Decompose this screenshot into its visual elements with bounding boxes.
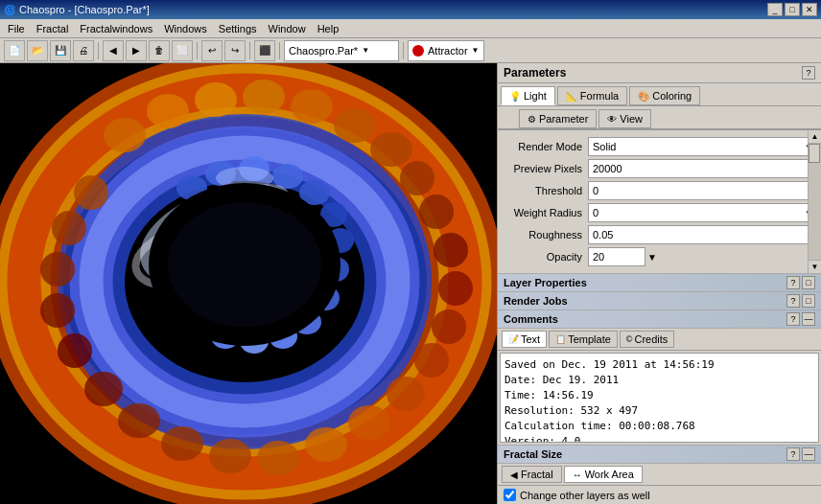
- render-button[interactable]: ⬛: [254, 40, 275, 61]
- scroll-up-button[interactable]: ▲: [809, 130, 821, 144]
- close-button[interactable]: ✕: [802, 3, 817, 16]
- attractor-dropdown[interactable]: Attractor ▼: [408, 40, 484, 61]
- comments-tab-template[interactable]: 📋 Template: [549, 331, 618, 348]
- svg-point-29: [84, 372, 123, 406]
- svg-point-28: [118, 403, 160, 438]
- comments-help[interactable]: ?: [786, 312, 800, 326]
- render-jobs-header: Render Jobs ? □: [498, 292, 821, 310]
- title-bar: 🌀 Chaospro - [Chaospro.Par*] _ □ ✕: [0, 0, 821, 19]
- layer-properties-help[interactable]: ?: [786, 276, 800, 289]
- weight-radius-select[interactable]: 0 ▼: [588, 203, 817, 222]
- redo-button[interactable]: ↪: [224, 40, 246, 61]
- comments-tab-template-label: Template: [568, 333, 611, 345]
- file-dropdown[interactable]: Chaospro.Par* ▼: [284, 40, 399, 61]
- save-button[interactable]: 💾: [50, 40, 71, 61]
- tab-view[interactable]: 👁 View: [598, 109, 651, 128]
- menu-bar: File Fractal Fractalwindows Windows Sett…: [0, 19, 821, 38]
- separator3: [249, 42, 250, 59]
- minimize-button[interactable]: _: [767, 3, 783, 16]
- opacity-input[interactable]: [588, 247, 645, 266]
- tool2-button[interactable]: ▶: [126, 40, 147, 61]
- svg-point-15: [370, 132, 412, 167]
- separator2: [197, 42, 198, 59]
- menu-window[interactable]: Window: [263, 21, 312, 36]
- title-bar-left: 🌀 Chaospro - [Chaospro.Par*]: [4, 4, 150, 15]
- scroll-down-button[interactable]: ▼: [809, 260, 821, 273]
- svg-point-33: [52, 211, 86, 245]
- attractor-icon: [412, 45, 424, 57]
- comments-tab-text[interactable]: 📝 Text: [502, 331, 547, 348]
- fractal-size-header: Fractal Size ? —: [498, 445, 821, 464]
- window-title: Chaospro - [Chaospro.Par*]: [19, 4, 150, 15]
- menu-fractal[interactable]: Fractal: [31, 21, 75, 36]
- params-form: Render Mode Solid ▼ Preview Pixels Thres…: [498, 130, 821, 273]
- change-layers-checkbox[interactable]: [504, 489, 516, 501]
- formula-icon: 📐: [566, 91, 577, 102]
- main-container: Parameters ? 💡 Light 📐 Formula 🎨 Colorin…: [0, 63, 821, 504]
- opacity-row: Opacity ▼: [502, 247, 817, 266]
- menu-fractalwindows[interactable]: Fractalwindows: [74, 21, 158, 36]
- render-jobs-close[interactable]: □: [802, 294, 815, 308]
- comments-tab-credits[interactable]: © Credits: [620, 331, 674, 348]
- svg-point-9: [104, 118, 146, 152]
- title-bar-buttons[interactable]: _ □ ✕: [767, 3, 817, 16]
- svg-point-12: [243, 80, 285, 114]
- file-dropdown-arrow: ▼: [362, 46, 369, 55]
- fractal-tab-work-area-label: Work Area: [585, 469, 634, 480]
- work-area-icon: ↔: [573, 470, 582, 480]
- roughness-input[interactable]: [588, 225, 817, 244]
- scroll-thumb[interactable]: [809, 144, 820, 163]
- right-panel: Parameters ? 💡 Light 📐 Formula 🎨 Colorin…: [497, 63, 821, 504]
- params-scrollbar[interactable]: ▲ ▼: [808, 130, 821, 273]
- params-header: Parameters ?: [498, 63, 821, 83]
- render-mode-label: Render Mode: [502, 141, 588, 152]
- comments-text-content: Saved on Dec. 19 2011 at 14:56:19 Date: …: [504, 357, 814, 443]
- tabs-row-1: 💡 Light 📐 Formula 🎨 Coloring: [498, 83, 821, 106]
- fractal-size-help[interactable]: ?: [786, 447, 800, 461]
- canvas-area: [0, 63, 497, 504]
- attractor-dropdown-label: Attractor: [428, 45, 468, 57]
- params-header-buttons: ?: [802, 66, 815, 80]
- svg-point-21: [414, 343, 449, 378]
- threshold-input[interactable]: [588, 181, 817, 200]
- weight-radius-value: 0: [593, 207, 598, 218]
- undo-button[interactable]: ↩: [201, 40, 223, 61]
- comments-minimize[interactable]: —: [802, 312, 815, 326]
- render-jobs-help[interactable]: ?: [786, 294, 800, 308]
- layer-properties-close[interactable]: □: [802, 276, 815, 289]
- svg-point-13: [291, 89, 333, 124]
- fractal-tab-work-area[interactable]: ↔ Work Area: [564, 466, 643, 483]
- menu-help[interactable]: Help: [312, 21, 345, 36]
- text-tab-icon: 📝: [508, 334, 519, 344]
- menu-settings[interactable]: Settings: [213, 21, 263, 36]
- view-icon: 👁: [607, 114, 617, 125]
- params-help-button[interactable]: ?: [802, 66, 815, 80]
- tabs-row-2: ⚙ Parameter 👁 View: [498, 106, 821, 130]
- opacity-scroll-arrow[interactable]: ▼: [647, 252, 657, 263]
- menu-windows[interactable]: Windows: [158, 21, 213, 36]
- change-layers-row: Change other layers as well: [498, 486, 821, 504]
- tool3-button[interactable]: ⬜: [172, 40, 193, 61]
- open-button[interactable]: 📂: [27, 40, 48, 61]
- svg-point-30: [58, 333, 92, 368]
- toolbar: 📄 📂 💾 🖨 ◀ ▶ 🗑 ⬜ ↩ ↪ ⬛ Chaospro.Par* ▼ At…: [0, 38, 821, 63]
- tab-light[interactable]: 💡 Light: [501, 86, 555, 105]
- menu-file[interactable]: File: [2, 21, 31, 36]
- svg-point-16: [400, 161, 434, 195]
- render-mode-select[interactable]: Solid ▼: [588, 137, 817, 156]
- scroll-track: [809, 144, 821, 260]
- tab-formula[interactable]: 📐 Formula: [557, 86, 627, 105]
- svg-point-14: [334, 108, 376, 143]
- opacity-label: Opacity: [502, 251, 588, 263]
- threshold-row: Threshold: [502, 181, 817, 200]
- fractal-tab-fractal[interactable]: ◀ Fractal: [502, 466, 562, 483]
- tab-coloring[interactable]: 🎨 Coloring: [629, 86, 700, 105]
- delete-button[interactable]: 🗑: [149, 40, 170, 61]
- new-button[interactable]: 📄: [4, 40, 25, 61]
- print-button[interactable]: 🖨: [73, 40, 94, 61]
- tab-parameter[interactable]: ⚙ Parameter: [519, 109, 597, 128]
- tool1-button[interactable]: ◀: [103, 40, 124, 61]
- fractal-size-minimize[interactable]: —: [802, 447, 815, 461]
- preview-pixels-input[interactable]: [588, 159, 817, 178]
- maximize-button[interactable]: □: [785, 3, 800, 16]
